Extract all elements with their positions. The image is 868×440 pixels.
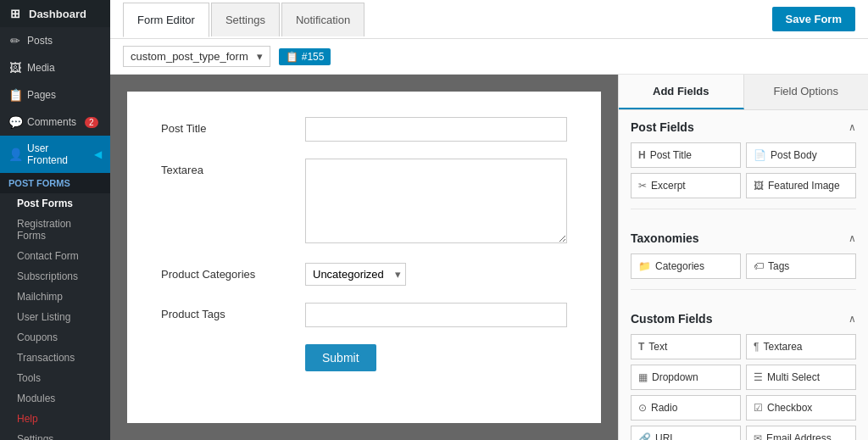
- sidebar-item-user-frontend[interactable]: 👤 User Frontend ◀: [0, 136, 110, 173]
- taxonomies-section: Taxonomies ∧ 📁 Categories 🏷 Tags: [619, 221, 868, 302]
- tab-notification[interactable]: Notification: [281, 3, 364, 36]
- form-id-clipboard-icon: 📋: [286, 51, 298, 63]
- post-forms-section-label: Post Forms: [0, 173, 110, 193]
- email-icon: ✉: [754, 432, 762, 440]
- sidebar-sub-help[interactable]: Help: [0, 409, 110, 429]
- sidebar-sub-settings[interactable]: Settings: [0, 429, 110, 440]
- form-id-badge: 📋 #155: [279, 48, 331, 65]
- field-btn-multi-select[interactable]: ☰ Multi Select: [746, 365, 856, 390]
- field-btn-tags[interactable]: 🏷 Tags: [746, 253, 856, 279]
- media-icon: 🖼: [8, 61, 22, 75]
- field-btn-excerpt[interactable]: ✂ Excerpt: [631, 173, 741, 198]
- post-fields-header: Post Fields ∧: [631, 120, 856, 134]
- sidebar-sub-tools[interactable]: Tools: [0, 368, 110, 388]
- panel-tab-field-options[interactable]: Field Options: [744, 75, 869, 109]
- sidebar-sub-contact-form[interactable]: Contact Form: [0, 246, 110, 266]
- form-name-selector[interactable]: custom_post_type_form ▾: [123, 46, 270, 67]
- right-panel: Add Fields Field Options Post Fields ∧ H…: [618, 75, 868, 440]
- product-categories-select-wrap: Uncategorized ▾: [305, 263, 406, 286]
- custom-fields-grid: T Text ¶ Textarea ▦ Dropdown ☰ Multi Sel…: [631, 334, 856, 440]
- excerpt-icon: ✂: [638, 180, 647, 192]
- submit-field: Submit: [305, 344, 567, 371]
- submit-label-spacer: [161, 344, 288, 349]
- product-tags-input[interactable]: [305, 303, 567, 327]
- taxonomies-title: Taxonomies: [631, 231, 699, 245]
- field-btn-checkbox[interactable]: ☑ Checkbox: [746, 395, 856, 421]
- field-btn-post-title[interactable]: H Post Title: [631, 142, 741, 168]
- editor-area: Post Title Textarea Product Categories: [110, 75, 868, 440]
- post-fields-collapse-icon[interactable]: ∧: [849, 121, 856, 133]
- dashboard-icon: ⊞: [8, 7, 22, 20]
- sidebar-sub-transactions[interactable]: Transactions: [0, 348, 110, 368]
- sidebar-sub-mailchimp[interactable]: Mailchimp: [0, 287, 110, 307]
- sidebar: ⊞ Dashboard ✏ Posts 🖼 Media 📋 Pages 💬 Co…: [0, 0, 110, 440]
- post-body-icon: 📄: [754, 149, 766, 161]
- field-btn-featured-image[interactable]: 🖼 Featured Image: [746, 173, 856, 198]
- field-btn-text[interactable]: T Text: [631, 334, 741, 359]
- textarea-icon: ¶: [754, 341, 759, 353]
- submit-button[interactable]: Submit: [305, 344, 376, 371]
- field-product-tags: [305, 303, 567, 327]
- dropdown-icon: ▦: [638, 371, 648, 383]
- field-label-post-title: Post Title: [161, 117, 288, 135]
- custom-fields-header: Custom Fields ∧: [631, 312, 856, 326]
- form-row-product-tags: Product Tags: [161, 303, 567, 327]
- form-name-text: custom_post_type_form: [131, 50, 248, 63]
- custom-fields-section: Custom Fields ∧ T Text ¶ Textarea ▦ Drop…: [619, 302, 868, 440]
- sidebar-sub-registration-forms[interactable]: Registration Forms: [0, 214, 110, 246]
- post-fields-divider: [631, 209, 856, 209]
- main-area: Form Editor Settings Notification Save F…: [110, 0, 868, 440]
- panel-tab-add-fields[interactable]: Add Fields: [619, 75, 744, 109]
- field-label-product-categories: Product Categories: [161, 263, 288, 281]
- field-textarea: [305, 159, 567, 246]
- tags-icon: 🏷: [754, 260, 764, 272]
- field-btn-textarea[interactable]: ¶ Textarea: [746, 334, 856, 359]
- post-title-icon: H: [638, 149, 646, 161]
- sidebar-sub-modules[interactable]: Modules: [0, 388, 110, 409]
- dropdown-arrow-icon: ▾: [257, 50, 263, 63]
- form-row-post-title: Post Title: [161, 117, 567, 142]
- field-input-post-title: [305, 117, 567, 142]
- sidebar-sub-coupons[interactable]: Coupons: [0, 327, 110, 348]
- sidebar-item-posts[interactable]: ✏ Posts: [0, 27, 110, 54]
- custom-fields-collapse-icon[interactable]: ∧: [849, 313, 856, 325]
- field-btn-post-body[interactable]: 📄 Post Body: [746, 142, 856, 168]
- sidebar-logo-label: Dashboard: [29, 8, 86, 20]
- taxonomies-header: Taxonomies ∧: [631, 231, 856, 245]
- field-btn-dropdown[interactable]: ▦ Dropdown: [631, 365, 741, 390]
- textarea-input[interactable]: [305, 159, 567, 243]
- pages-icon: 📋: [8, 88, 22, 102]
- form-row-textarea: Textarea: [161, 159, 567, 246]
- post-fields-section: Post Fields ∧ H Post Title 📄 Post Body ✂…: [619, 110, 868, 221]
- field-btn-url[interactable]: 🔗 URL: [631, 426, 741, 440]
- text-icon: T: [638, 341, 644, 353]
- field-label-product-tags: Product Tags: [161, 303, 288, 320]
- save-form-button[interactable]: Save Form: [772, 7, 855, 31]
- toolbar-row: custom_post_type_form ▾ 📋 #155: [110, 39, 868, 75]
- sidebar-logo[interactable]: ⊞ Dashboard: [0, 0, 110, 27]
- url-icon: 🔗: [638, 432, 651, 440]
- field-btn-categories[interactable]: 📁 Categories: [631, 253, 741, 279]
- taxonomies-grid: 📁 Categories 🏷 Tags: [631, 253, 856, 279]
- sidebar-item-pages[interactable]: 📋 Pages: [0, 81, 110, 109]
- taxonomies-collapse-icon[interactable]: ∧: [849, 232, 856, 244]
- post-title-input[interactable]: [305, 117, 567, 142]
- post-fields-title: Post Fields: [631, 120, 694, 134]
- posts-icon: ✏: [8, 34, 22, 47]
- product-categories-select[interactable]: Uncategorized: [305, 263, 406, 286]
- sidebar-sub-subscriptions[interactable]: Subscriptions: [0, 266, 110, 287]
- sidebar-item-media[interactable]: 🖼 Media: [0, 54, 110, 81]
- comments-badge: 2: [85, 117, 98, 128]
- panel-tabs: Add Fields Field Options: [619, 75, 868, 110]
- sidebar-sub-user-listing[interactable]: User Listing: [0, 307, 110, 327]
- form-canvas: Post Title Textarea Product Categories: [127, 92, 601, 423]
- user-frontend-icon: 👤: [8, 148, 22, 161]
- field-btn-email-address[interactable]: ✉ Email Address: [746, 426, 856, 440]
- comments-icon: 💬: [8, 115, 22, 129]
- sidebar-sub-post-forms[interactable]: Post Forms: [0, 193, 110, 214]
- form-canvas-wrap: Post Title Textarea Product Categories: [110, 75, 618, 440]
- field-btn-radio[interactable]: ⊙ Radio: [631, 395, 741, 421]
- tab-settings[interactable]: Settings: [211, 3, 280, 36]
- sidebar-item-comments[interactable]: 💬 Comments 2: [0, 109, 110, 136]
- tab-form-editor[interactable]: Form Editor: [123, 3, 209, 37]
